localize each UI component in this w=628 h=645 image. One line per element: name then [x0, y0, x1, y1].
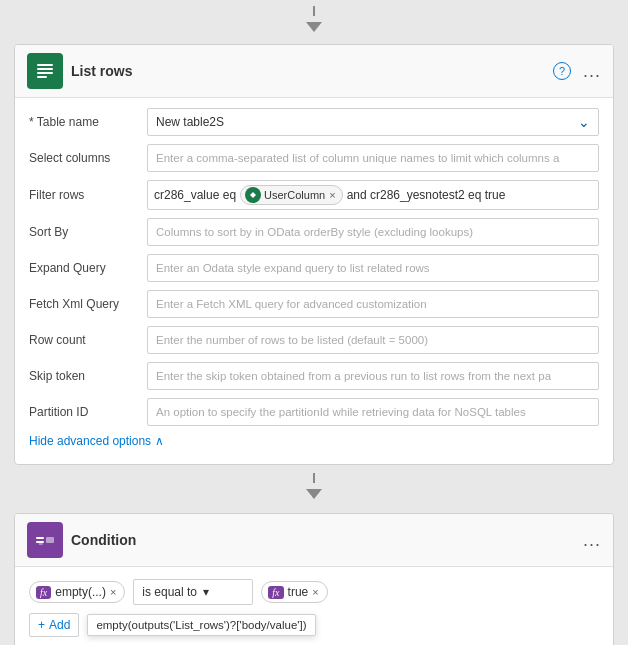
token2-close[interactable]: × — [312, 586, 318, 598]
fetch-xml-field: Fetch Xml Query Enter a Fetch XML query … — [29, 290, 599, 318]
middle-connector-line — [313, 473, 315, 483]
expand-query-input[interactable]: Enter an Odata style expand query to lis… — [147, 254, 599, 282]
list-rows-body: * Table name New table2S ⌄ Select column… — [15, 98, 613, 464]
skip-token-input[interactable]: Enter the skip token obtained from a pre… — [147, 362, 599, 390]
token-text: UserColumn — [264, 189, 325, 201]
token2-text: true — [288, 585, 309, 599]
svg-rect-3 — [37, 76, 47, 78]
dropdown-chevron: ⌄ — [578, 114, 590, 130]
svg-rect-6 — [46, 537, 54, 543]
add-condition-row: + Add empty(outputs('List_rows')?['body/… — [29, 613, 599, 637]
condition-more-button[interactable]: ... — [583, 530, 601, 551]
expand-query-field: Expand Query Enter an Odata style expand… — [29, 254, 599, 282]
token-close-btn[interactable]: × — [329, 189, 335, 201]
svg-text:≡: ≡ — [38, 539, 43, 548]
row-count-label: Row count — [29, 333, 139, 347]
svg-rect-1 — [37, 68, 53, 70]
operator-chevron: ▾ — [203, 585, 209, 599]
tooltip-box: empty(outputs('List_rows')?['body/value'… — [87, 614, 315, 636]
token1-text: empty(...) — [55, 585, 106, 599]
condition-token1[interactable]: fx empty(...) × — [29, 581, 125, 603]
condition-token2[interactable]: fx true × — [261, 581, 327, 603]
sort-by-input[interactable]: Columns to sort by in OData orderBy styl… — [147, 218, 599, 246]
connector-arrow — [306, 22, 322, 32]
connector-line — [313, 6, 315, 16]
table-name-dropdown[interactable]: New table2S ⌄ — [147, 108, 599, 136]
svg-rect-2 — [37, 72, 53, 74]
hide-advanced-label: Hide advanced options — [29, 434, 151, 448]
svg-rect-0 — [37, 64, 53, 66]
partition-id-label: Partition ID — [29, 405, 139, 419]
filter-prefix: cr286_value eq — [154, 188, 236, 202]
skip-token-field: Skip token Enter the skip token obtained… — [29, 362, 599, 390]
list-rows-actions: ? ... — [553, 61, 601, 82]
condition-actions: ... — [583, 530, 601, 551]
skip-token-label: Skip token — [29, 369, 139, 383]
chevron-up-icon: ∧ — [155, 434, 164, 448]
top-connector — [306, 6, 322, 38]
middle-connector-arrow — [306, 489, 322, 499]
list-rows-card: List rows ? ... * Table name New table2S… — [14, 44, 614, 465]
fx-badge-1: fx — [36, 586, 51, 599]
fx-badge-2: fx — [268, 586, 283, 599]
table-name-label: * Table name — [29, 115, 139, 129]
partition-id-input[interactable]: An option to specify the partitionId whi… — [147, 398, 599, 426]
sort-by-field: Sort By Columns to sort by in OData orde… — [29, 218, 599, 246]
row-count-input[interactable]: Enter the number of rows to be listed (d… — [147, 326, 599, 354]
table-name-field: * Table name New table2S ⌄ — [29, 108, 599, 136]
fetch-xml-input[interactable]: Enter a Fetch XML query for advanced cus… — [147, 290, 599, 318]
list-rows-header: List rows ? ... — [15, 45, 613, 98]
condition-body: fx empty(...) × is equal to ▾ fx true × … — [15, 567, 613, 645]
filter-rows-input[interactable]: cr286_value eq UserColumn × and cr286_ye… — [147, 180, 599, 210]
condition-operator[interactable]: is equal to ▾ — [133, 579, 253, 605]
partition-id-field: Partition ID An option to specify the pa… — [29, 398, 599, 426]
more-button[interactable]: ... — [583, 61, 601, 82]
sort-by-label: Sort By — [29, 225, 139, 239]
hide-advanced-btn[interactable]: Hide advanced options ∧ — [29, 434, 599, 448]
filter-suffix: and cr286_yesnotest2 eq true — [347, 188, 506, 202]
token-icon — [245, 187, 261, 203]
expand-query-label: Expand Query — [29, 261, 139, 275]
row-count-field: Row count Enter the number of rows to be… — [29, 326, 599, 354]
select-columns-input[interactable]: Enter a comma-separated list of column u… — [147, 144, 599, 172]
help-button[interactable]: ? — [553, 62, 571, 80]
condition-header: ≡ Condition ... — [15, 514, 613, 567]
list-rows-title: List rows — [71, 63, 545, 79]
operator-label: is equal to — [142, 585, 197, 599]
condition-icon: ≡ — [27, 522, 63, 558]
filter-token: UserColumn × — [240, 185, 343, 205]
fetch-xml-label: Fetch Xml Query — [29, 297, 139, 311]
filter-rows-field: Filter rows cr286_value eq UserColumn × … — [29, 180, 599, 210]
add-label: Add — [49, 618, 70, 632]
list-rows-icon — [27, 53, 63, 89]
condition-card: ≡ Condition ... fx empty(...) × is equal… — [14, 513, 614, 645]
add-icon: + — [38, 618, 45, 632]
select-columns-field: Select columns Enter a comma-separated l… — [29, 144, 599, 172]
middle-connector — [306, 473, 322, 505]
table-name-value: New table2S — [156, 115, 224, 129]
condition-title: Condition — [71, 532, 575, 548]
token1-close[interactable]: × — [110, 586, 116, 598]
condition-main-row: fx empty(...) × is equal to ▾ fx true × — [29, 579, 599, 605]
filter-rows-label: Filter rows — [29, 188, 139, 202]
select-columns-label: Select columns — [29, 151, 139, 165]
add-button[interactable]: + Add — [29, 613, 79, 637]
